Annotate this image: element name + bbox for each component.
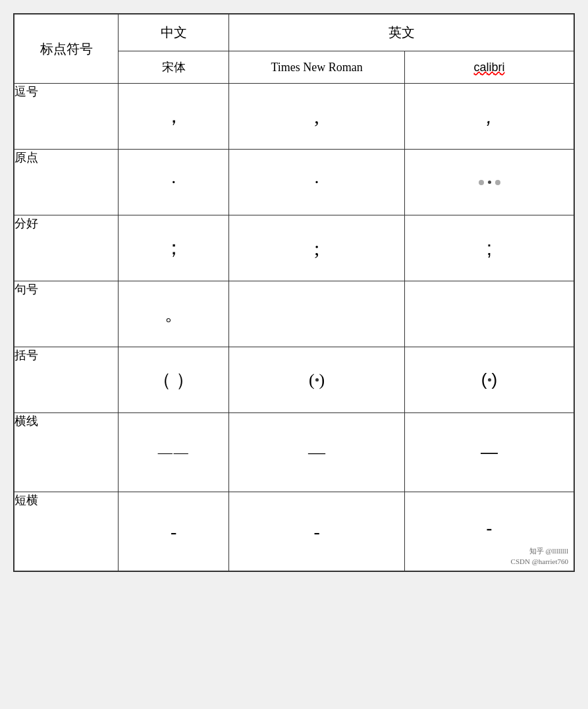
paren-dot-calibri bbox=[488, 378, 491, 382]
col-sub-tnr: Times New Roman bbox=[229, 51, 405, 84]
cell-tnr-paren: ( ) bbox=[229, 347, 405, 413]
cell-zh-semicolon: ； bbox=[119, 215, 229, 281]
dot-gray-1 bbox=[479, 180, 484, 185]
col-header-label: 标点符号 bbox=[14, 14, 119, 84]
cell-calibri-comma: , bbox=[405, 84, 574, 150]
row-label-dot: 原点 bbox=[14, 150, 119, 215]
cell-tnr-dot: · bbox=[229, 150, 405, 215]
col-sub-zh: 宋体 bbox=[119, 51, 229, 84]
cell-zh-paren: （ ） bbox=[119, 347, 229, 413]
cell-zh-emdash: —— bbox=[119, 413, 229, 492]
row-label-period: 句号 bbox=[14, 281, 119, 347]
cell-calibri-paren: ( ) bbox=[405, 347, 574, 413]
dot-gray-2 bbox=[495, 180, 500, 185]
row-label-hyphen: 短横 bbox=[14, 492, 119, 571]
cell-calibri-hyphen: - 知乎 @llllllllCSDN @harriet760 bbox=[405, 492, 574, 571]
cell-tnr-emdash: — bbox=[229, 413, 405, 492]
col-sub-calibri: calibri bbox=[405, 51, 574, 84]
row-label-comma: 逗号 bbox=[14, 84, 119, 150]
cell-tnr-hyphen: - bbox=[229, 492, 405, 571]
cell-tnr-comma: , bbox=[229, 84, 405, 150]
cell-calibri-dot bbox=[405, 150, 574, 215]
comparison-table: 标点符号 中文 英文 宋体 Times New Roman calibri 逗号… bbox=[13, 13, 575, 572]
row-label-semicolon: 分好 bbox=[14, 215, 119, 281]
paren-dot-tnr bbox=[315, 378, 319, 382]
cell-zh-comma: ， bbox=[119, 84, 229, 150]
cell-tnr-semicolon: ; bbox=[229, 215, 405, 281]
dot-dark-center bbox=[488, 181, 491, 184]
cell-calibri-semicolon: ; bbox=[405, 215, 574, 281]
cell-calibri-period bbox=[405, 281, 574, 347]
row-label-paren: 括号 bbox=[14, 347, 119, 413]
row-label-emdash: 横线 bbox=[14, 413, 119, 492]
col-header-zh: 中文 bbox=[119, 14, 229, 51]
cell-zh-period: 。 bbox=[119, 281, 229, 347]
cell-calibri-emdash: — bbox=[405, 413, 574, 492]
col-header-en: 英文 bbox=[229, 14, 574, 51]
cell-tnr-period bbox=[229, 281, 405, 347]
cell-zh-hyphen: - bbox=[119, 492, 229, 571]
cell-zh-dot: · bbox=[119, 150, 229, 215]
watermark: 知乎 @llllllllCSDN @harriet760 bbox=[511, 546, 568, 567]
